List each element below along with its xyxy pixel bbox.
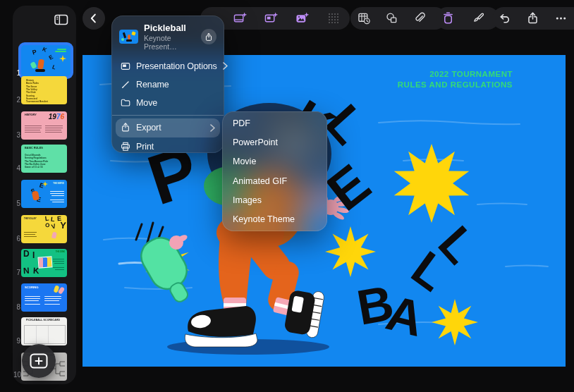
menu-share-button[interactable] (201, 29, 216, 44)
menu-item-export[interactable]: Export (116, 118, 220, 137)
slide-number: 6 (13, 235, 20, 243)
undo-button[interactable] (498, 12, 511, 25)
slide-navigator: P K E L 1 History Basic Rules The Serve … (13, 6, 76, 384)
slide-number: 4 (13, 164, 20, 172)
slide-thumbnail-1[interactable]: P K E L (21, 45, 71, 76)
ink-jar-icon (441, 11, 455, 25)
document-thumbnail (119, 30, 138, 44)
chevron-right-icon (223, 62, 228, 70)
add-slide-icon (233, 11, 247, 25)
sidebar-toggle-button[interactable] (53, 13, 70, 28)
menu-separator (112, 115, 224, 116)
add-slide-ai-button[interactable] (233, 12, 247, 25)
slide-thumbnail-7[interactable]: D I N K THE DINK (21, 249, 67, 277)
presentation-screen-icon (121, 61, 130, 71)
ink-jar-button[interactable] (441, 12, 455, 25)
slide-thumbnail-9[interactable]: PICKLEBALL SCORECARD (21, 317, 67, 345)
insert-object-group (350, 7, 446, 30)
pickleball-paddle (135, 232, 200, 309)
back-chevron-icon (87, 12, 100, 25)
heading-line-2: RULES AND REGULATIONS (398, 80, 513, 90)
menu-item-presentation-options[interactable]: Presentation Options (112, 57, 224, 75)
photo-collage (37, 256, 52, 268)
star-bottom (432, 299, 478, 345)
export-share-icon (121, 123, 130, 133)
more-icon (554, 11, 568, 25)
insert-table-chart-icon (358, 11, 371, 25)
attachment-icon (413, 11, 426, 25)
slide-thumbnail-3[interactable]: HISTORY 1976 (21, 111, 67, 140)
export-option-powerpoint[interactable]: PowerPoint (223, 133, 326, 152)
sneakers (185, 287, 324, 347)
slide-number: 10 (11, 371, 21, 379)
gripping-hand (169, 233, 188, 250)
document-info: Pickleball Keynote Present… (144, 23, 195, 51)
add-card-icon (264, 11, 278, 25)
shapes-button[interactable] (385, 12, 398, 25)
format-brush-button[interactable] (470, 12, 484, 25)
back-button[interactable] (83, 7, 105, 30)
slide-number: 2 (13, 96, 20, 104)
sidebar-toggle-icon (54, 14, 68, 25)
pencil-icon (121, 80, 130, 90)
shapes-icon (385, 11, 398, 25)
export-option-keynote-theme[interactable]: Keynote Theme (223, 210, 326, 228)
export-option-pdf[interactable]: PDF (223, 114, 326, 133)
attachment-button[interactable] (413, 12, 426, 25)
menu-item-move[interactable]: Move (112, 94, 224, 112)
folder-icon (121, 98, 130, 108)
format-brush-icon (470, 11, 484, 25)
undo-icon (498, 11, 511, 25)
slide-number: 1 (13, 69, 20, 77)
printer-icon (121, 142, 130, 152)
drawing-tools-group (436, 7, 499, 30)
insert-table-chart-button[interactable] (358, 12, 371, 25)
slide-thumbnail-8[interactable]: SCORING (21, 283, 67, 312)
agenda-list: History Basic Rules The Serve The Volley… (26, 79, 48, 104)
export-submenu: PDF PowerPoint Movie Animated GIF Images… (222, 111, 327, 231)
document-title: Pickleball (144, 23, 195, 34)
share-icon (205, 32, 212, 42)
slide-number: 3 (13, 131, 20, 139)
menu-item-rename[interactable]: Rename (112, 75, 224, 94)
export-option-images[interactable]: Images (223, 191, 326, 209)
document-type: Keynote Present… (144, 34, 195, 51)
slide-thumbnail-4[interactable]: BASIC RULES Out-of-Bounds Serving Regula… (21, 145, 67, 173)
slide-number: 5 (13, 200, 20, 207)
document-context-menu: Pickleball Keynote Present… Presentation… (111, 16, 224, 153)
add-slide-icon (30, 353, 48, 369)
heading-line-1: 2022 TOURNAMENT (398, 69, 513, 80)
add-media-icon (295, 11, 309, 25)
export-option-animated-gif[interactable]: Animated GIF (223, 172, 326, 190)
share-button[interactable] (526, 12, 539, 25)
add-media-ai-button[interactable] (295, 12, 309, 25)
slide-heading: 2022 TOURNAMENT RULES AND REGULATIONS (398, 69, 513, 90)
document-actions-group (492, 7, 574, 30)
add-card-ai-button[interactable] (264, 12, 278, 25)
context-menu-header: Pickleball Keynote Present… (112, 16, 224, 54)
slide-thumbnail-2[interactable]: History Basic Rules The Serve The Volley… (21, 76, 67, 104)
export-option-movie[interactable]: Movie (223, 152, 326, 171)
mini-star-icon (59, 55, 66, 62)
slide-number: 9 (13, 337, 20, 345)
context-menu-items: Presentation Options Rename Move (112, 54, 224, 156)
star-mid (325, 226, 376, 277)
keynote-app: P I C K L E B A L L 2022 TOURNAMENT RULE… (0, 0, 574, 392)
mini-star-icon (42, 181, 48, 187)
slide-thumbnail-5[interactable]: THE SERVE E S E (21, 180, 67, 208)
grid-view-button[interactable] (326, 12, 340, 25)
menu-item-print[interactable]: Print (112, 137, 224, 156)
slide-number: 8 (13, 303, 20, 311)
scorecard-table (24, 325, 66, 344)
slide-number: 7 (13, 269, 20, 276)
add-slide-button[interactable] (22, 344, 56, 378)
chevron-right-icon (210, 124, 215, 132)
slide-thumbnail-6[interactable]: THE VOLLEY L L E V O Y (21, 215, 67, 243)
share-icon (526, 11, 539, 25)
grid-dots-icon (327, 12, 340, 25)
star-large (394, 144, 470, 223)
more-button[interactable] (554, 12, 568, 25)
